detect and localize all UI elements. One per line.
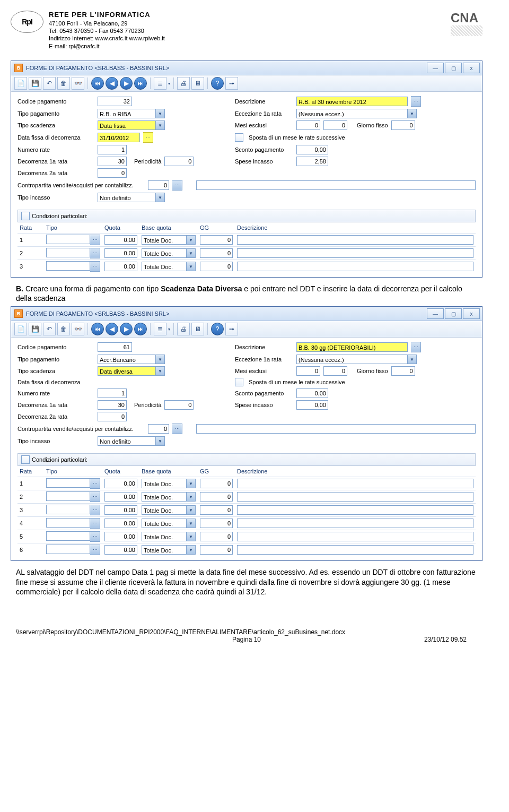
undo-icon[interactable]: ↶ — [43, 77, 56, 90]
quota-cell[interactable] — [104, 519, 137, 528]
tipo-cell[interactable] — [46, 491, 90, 501]
print-icon[interactable]: 🖨 — [177, 323, 190, 335]
minimize-button[interactable]: — — [427, 308, 444, 319]
periodicita-input[interactable] — [164, 400, 194, 410]
lookup-icon[interactable]: ⋯ — [90, 261, 100, 272]
calendar-icon[interactable]: ⋯ — [143, 132, 153, 143]
tipo-cell[interactable] — [46, 505, 90, 514]
quota-cell[interactable] — [104, 235, 137, 245]
codice-pagamento-input[interactable] — [98, 97, 132, 106]
gg-cell[interactable] — [200, 235, 233, 245]
save-icon[interactable]: 💾 — [29, 77, 41, 90]
chevron-down-icon[interactable]: ▼ — [408, 109, 417, 118]
giorno-fisso-input[interactable] — [391, 120, 415, 130]
gg-cell[interactable] — [200, 492, 233, 502]
cond-checkbox[interactable] — [21, 455, 30, 464]
gg-cell[interactable] — [200, 262, 233, 271]
help-icon[interactable]: ? — [211, 323, 224, 335]
descrizione-input[interactable]: B.B. 30 gg (DETERIORABILI) — [296, 342, 408, 352]
chevron-down-icon[interactable]: ▼ — [156, 436, 165, 446]
lookup-icon[interactable]: ⋯ — [411, 96, 421, 107]
tipo-pagamento-combo[interactable]: R.B. o RIBA — [98, 109, 156, 118]
sconto-input[interactable] — [296, 145, 328, 154]
window-titlebar[interactable]: B FORME DI PAGAMENTO <SRLBASS - BASSINI … — [11, 307, 482, 321]
chevron-down-icon[interactable]: ▼ — [187, 532, 196, 541]
eccezione-combo[interactable]: (Nessuna eccez.) — [296, 355, 408, 364]
screen-icon[interactable]: 🖥 — [191, 77, 204, 90]
lookup-icon[interactable]: ⋯ — [90, 478, 100, 489]
next-icon[interactable]: ▶ — [120, 77, 133, 90]
mesi-esc1-input[interactable] — [296, 366, 320, 376]
tipo-cell[interactable] — [46, 545, 90, 554]
tipo-scadenza-combo[interactable]: Data fissa — [98, 120, 156, 130]
list-icon[interactable]: ≣ — [154, 77, 166, 90]
mesi-esc1-input[interactable] — [296, 120, 320, 130]
new-icon[interactable]: 📄 — [14, 77, 27, 90]
chevron-down-icon[interactable]: ▼ — [187, 235, 196, 245]
desc-cell[interactable] — [237, 505, 473, 515]
maximize-button[interactable]: ▢ — [445, 63, 462, 73]
tipo-cell[interactable] — [46, 261, 90, 271]
tipo-cell[interactable] — [46, 531, 90, 541]
new-icon[interactable]: 📄 — [14, 323, 27, 335]
contropartita-desc-input[interactable] — [196, 180, 476, 190]
last-icon[interactable]: ⏭ — [134, 323, 147, 335]
giorno-fisso-input[interactable] — [391, 366, 415, 376]
chevron-down-icon[interactable]: ▼ — [187, 479, 196, 488]
lookup-icon[interactable]: ⋯ — [90, 491, 100, 502]
lookup-icon[interactable]: ⋯ — [172, 424, 182, 434]
lookup-icon[interactable]: ⋯ — [90, 248, 100, 258]
gg-cell[interactable] — [200, 505, 233, 515]
chevron-down-icon[interactable]: ▼ — [156, 355, 165, 364]
gg-cell[interactable] — [200, 545, 233, 555]
window-titlebar[interactable]: B FORME DI PAGAMENTO <SRLBASS - BASSINI … — [11, 61, 482, 75]
first-icon[interactable]: ⏮ — [91, 77, 104, 90]
chevron-down-icon[interactable]: ▼ — [187, 248, 196, 258]
gg-cell[interactable] — [200, 248, 233, 258]
exit-icon[interactable]: ➟ — [225, 77, 238, 90]
chevron-down-icon[interactable]: ▼ — [156, 193, 165, 202]
prev-icon[interactable]: ◀ — [106, 77, 118, 90]
quota-cell[interactable] — [104, 248, 137, 258]
desc-cell[interactable] — [237, 492, 473, 502]
quota-cell[interactable] — [104, 492, 137, 502]
contropartita-input[interactable] — [148, 180, 169, 190]
condizioni-particolari-header[interactable]: Condizioni particolari: — [17, 453, 476, 466]
chevron-down-icon[interactable]: ▼ — [187, 519, 196, 528]
undo-icon[interactable]: ↶ — [43, 323, 56, 335]
dec1-input[interactable] — [98, 400, 127, 410]
tipo-cell[interactable] — [46, 518, 90, 528]
contropartita-desc-input[interactable] — [196, 424, 476, 434]
lookup-icon[interactable]: ⋯ — [90, 531, 100, 542]
tipo-scadenza-combo[interactable]: Data diversa — [98, 366, 156, 376]
lookup-icon[interactable]: ⋯ — [411, 342, 421, 352]
tipo-incasso-combo[interactable]: Non definito — [98, 193, 156, 202]
mesi-esc2-input[interactable] — [323, 366, 347, 376]
chevron-down-icon[interactable]: ▼ — [187, 262, 196, 271]
sconto-input[interactable] — [296, 388, 328, 398]
chevron-down-icon[interactable]: ▼ — [187, 492, 196, 502]
next-icon[interactable]: ▶ — [120, 323, 133, 335]
gg-cell[interactable] — [200, 519, 233, 528]
dec1-input[interactable] — [98, 157, 127, 166]
dec2-input[interactable] — [98, 168, 127, 178]
first-icon[interactable]: ⏮ — [91, 323, 104, 335]
save-icon[interactable]: 💾 — [29, 323, 41, 335]
lookup-icon[interactable]: ⋯ — [172, 180, 182, 191]
numero-rate-input[interactable] — [98, 388, 127, 398]
chevron-down-icon[interactable]: ▼ — [156, 366, 165, 376]
tipo-pagamento-combo[interactable]: Accr.Bancario — [98, 355, 156, 364]
eccezione-combo[interactable]: (Nessuna eccez.) — [296, 109, 408, 118]
list-icon[interactable]: ≣ — [154, 323, 166, 335]
quota-cell[interactable] — [104, 545, 137, 555]
desc-cell[interactable] — [237, 235, 473, 245]
help-icon[interactable]: ? — [211, 77, 224, 90]
tipo-cell[interactable] — [46, 478, 90, 488]
last-icon[interactable]: ⏭ — [134, 77, 147, 90]
chevron-down-icon[interactable]: ▼ — [408, 355, 417, 364]
descrizione-input[interactable]: R.B. al 30 novembre 2012 — [296, 97, 408, 106]
search-icon[interactable]: 👓 — [72, 77, 84, 90]
quota-cell[interactable] — [104, 505, 137, 515]
tipo-cell[interactable] — [46, 248, 90, 257]
search-icon[interactable]: 👓 — [72, 323, 84, 335]
